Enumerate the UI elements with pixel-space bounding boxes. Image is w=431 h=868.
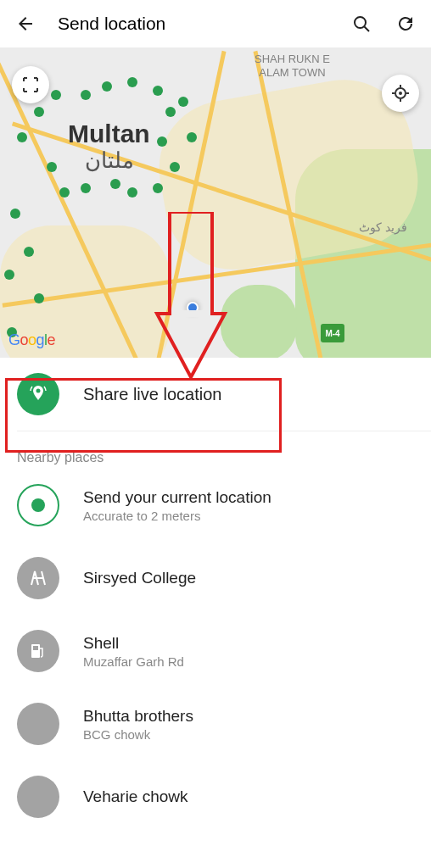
nearby-place-item[interactable]: Bhutta brothers BCG chowk (0, 687, 431, 760)
fullscreen-button[interactable] (12, 66, 49, 103)
place-icon (17, 557, 59, 599)
header: Send location (0, 0, 431, 47)
nearby-place-item[interactable]: Veharie chowk (0, 760, 431, 833)
my-location-button[interactable] (382, 75, 419, 112)
back-button[interactable] (14, 12, 37, 36)
gas-station-icon (17, 630, 59, 672)
nearby-place-item[interactable]: Shell Muzaffar Garh Rd (0, 615, 431, 687)
highway-shield: M-4 (321, 324, 344, 342)
current-location-dot (187, 302, 199, 314)
map-city-label: Multan (68, 120, 150, 148)
nearby-places-label: Nearby places (0, 431, 431, 469)
map-city-label-local: ملتان (85, 147, 134, 174)
nearby-place-item[interactable]: Sirsyed College (0, 542, 431, 615)
svg-point-11 (36, 389, 41, 393)
google-attribution: Google (8, 331, 55, 349)
share-live-location-button[interactable]: Share live location (0, 358, 431, 431)
target-icon (17, 484, 59, 526)
place-icon (17, 776, 59, 818)
svg-line-1 (365, 27, 370, 32)
map-area-label-2: فرید کوٹ (359, 220, 407, 235)
map-area-label: SHAH RUKN E ALAM TOWN (255, 53, 330, 79)
svg-point-3 (399, 92, 402, 95)
refresh-button[interactable] (394, 12, 417, 36)
send-current-location-button[interactable]: Send your current location Accurate to 2… (0, 469, 431, 542)
place-icon (17, 703, 59, 745)
page-title: Send location (58, 14, 350, 34)
svg-point-0 (355, 17, 366, 28)
search-button[interactable] (350, 12, 373, 36)
live-location-icon (17, 373, 59, 415)
map[interactable]: Multan ملتان SHAH RUKN E ALAM TOWN فرید … (0, 47, 431, 358)
svg-rect-13 (33, 646, 38, 650)
